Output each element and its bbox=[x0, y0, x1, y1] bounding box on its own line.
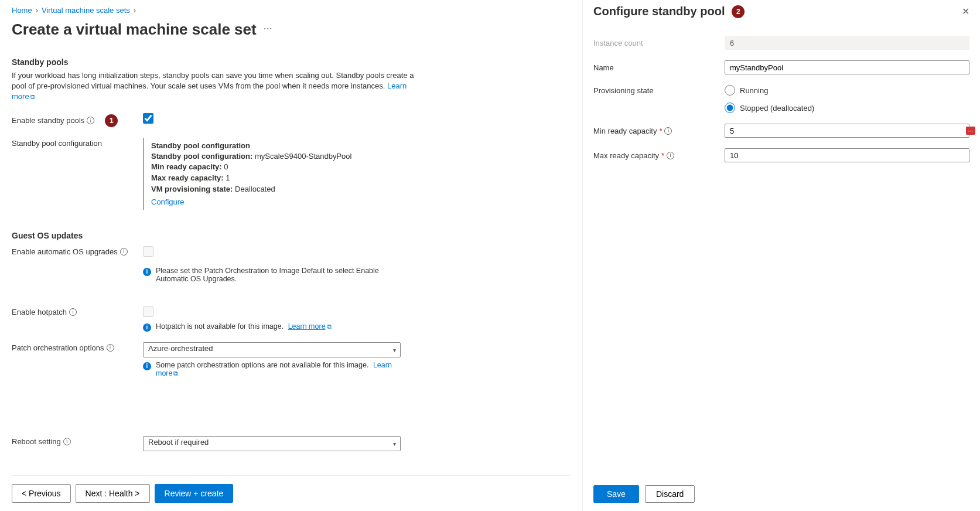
radio-running[interactable]: Running bbox=[725, 85, 969, 96]
info-icon[interactable]: i bbox=[664, 127, 672, 135]
validation-flag-icon[interactable]: ··· bbox=[966, 127, 975, 135]
next-button[interactable]: Next : Health > bbox=[76, 484, 150, 503]
hotpatch-checkbox[interactable] bbox=[143, 306, 153, 317]
hotpatch-label: Enable hotpatch bbox=[12, 308, 67, 316]
cfg-min-key: Min ready capacity: bbox=[151, 162, 222, 171]
required-asterisk: * bbox=[659, 127, 662, 135]
max-capacity-label: Max ready capacity bbox=[593, 151, 659, 160]
radio-stopped-input[interactable] bbox=[725, 103, 735, 113]
info-badge-icon: i bbox=[143, 362, 151, 370]
cfg-config-key: Standby pool configuration: bbox=[151, 152, 252, 161]
callout-badge-2: 2 bbox=[732, 5, 745, 18]
info-icon[interactable]: i bbox=[87, 117, 94, 124]
radio-running-label: Running bbox=[740, 86, 768, 95]
auto-upgrade-checkbox[interactable] bbox=[143, 246, 153, 257]
cfg-max-val: 1 bbox=[226, 173, 230, 182]
info-icon[interactable]: i bbox=[120, 248, 128, 255]
chevron-right-icon: › bbox=[134, 6, 136, 15]
page-title: Create a virtual machine scale set bbox=[12, 21, 257, 39]
breadcrumb: Home › Virtual machine scale sets › bbox=[12, 6, 571, 15]
config-box-title: Standby pool configuration bbox=[151, 141, 401, 150]
standby-description: If your workload has long initialization… bbox=[12, 70, 422, 103]
discard-button[interactable]: Discard bbox=[645, 485, 695, 503]
required-asterisk: * bbox=[661, 151, 664, 160]
min-capacity-input[interactable] bbox=[725, 124, 969, 138]
reboot-setting-select[interactable]: Reboot if required bbox=[143, 436, 401, 451]
standby-config-label: Standby pool configuration bbox=[12, 139, 102, 148]
radio-stopped[interactable]: Stopped (deallocated) bbox=[725, 103, 969, 113]
guest-heading: Guest OS updates bbox=[12, 231, 571, 240]
auto-upgrade-label: Enable automatic OS upgrades bbox=[12, 247, 118, 256]
cfg-config-val: myScaleS9400-StandbyPool bbox=[255, 152, 352, 161]
hotpatch-info: Hotpatch is not available for this image… bbox=[156, 322, 284, 331]
cfg-state-key: VM provisioning state: bbox=[151, 185, 233, 193]
instance-count-label: Instance count bbox=[593, 39, 725, 47]
configure-link[interactable]: Configure bbox=[151, 197, 184, 206]
flyout-panel: Configure standby pool 2 ✕ Instance coun… bbox=[582, 0, 980, 511]
review-create-button[interactable]: Review + create bbox=[155, 484, 234, 503]
cfg-min-val: 0 bbox=[224, 162, 228, 171]
enable-standby-label: Enable standby pools bbox=[12, 116, 84, 125]
cfg-max-key: Max ready capacity: bbox=[151, 173, 224, 182]
info-icon[interactable]: i bbox=[63, 438, 71, 445]
save-button[interactable]: Save bbox=[593, 485, 639, 503]
radio-running-input[interactable] bbox=[725, 85, 735, 96]
external-link-icon: ⧉ bbox=[327, 323, 332, 330]
external-link-icon: ⧉ bbox=[30, 93, 35, 100]
hotpatch-learn-more-link[interactable]: Learn more bbox=[288, 322, 326, 331]
chevron-right-icon: › bbox=[36, 6, 38, 15]
wizard-footer: < Previous Next : Health > Review + crea… bbox=[12, 475, 571, 511]
standby-config-box: Standby pool configuration Standby pool … bbox=[143, 138, 401, 210]
breadcrumb-vmss[interactable]: Virtual machine scale sets bbox=[42, 6, 130, 15]
max-capacity-input[interactable] bbox=[725, 148, 969, 162]
more-menu-icon[interactable]: ··· bbox=[264, 22, 272, 35]
provisioning-state-label: Provisioning state bbox=[593, 85, 725, 95]
close-icon[interactable]: ✕ bbox=[962, 6, 969, 17]
radio-stopped-label: Stopped (deallocated) bbox=[740, 104, 814, 113]
name-label: Name bbox=[593, 63, 725, 72]
info-icon[interactable]: i bbox=[107, 344, 114, 352]
enable-standby-checkbox[interactable] bbox=[143, 113, 153, 124]
cfg-state-val: Deallocated bbox=[235, 185, 275, 193]
info-icon[interactable]: i bbox=[667, 152, 674, 159]
breadcrumb-home[interactable]: Home bbox=[12, 6, 32, 15]
info-badge-icon: i bbox=[143, 323, 151, 332]
callout-badge-1: 1 bbox=[105, 114, 118, 127]
patch-orchestration-select[interactable]: Azure-orchestrated bbox=[143, 342, 401, 357]
instance-count-input bbox=[725, 36, 969, 50]
patch-orchestration-label: Patch orchestration options bbox=[12, 343, 104, 352]
patch-info: Some patch orchestration options are not… bbox=[156, 361, 368, 369]
standby-heading: Standby pools bbox=[12, 57, 571, 67]
auto-upgrade-info: Please set the Patch Orchestration to Im… bbox=[156, 267, 401, 283]
reboot-label: Reboot setting bbox=[12, 437, 61, 446]
name-input[interactable] bbox=[725, 60, 969, 74]
external-link-icon: ⧉ bbox=[173, 370, 178, 377]
min-capacity-label: Min ready capacity bbox=[593, 127, 657, 135]
flyout-title: Configure standby pool bbox=[593, 5, 725, 18]
previous-button[interactable]: < Previous bbox=[12, 484, 71, 503]
main-panel: Home › Virtual machine scale sets › Crea… bbox=[0, 0, 582, 511]
info-badge-icon: i bbox=[143, 268, 151, 276]
info-icon[interactable]: i bbox=[69, 308, 77, 316]
